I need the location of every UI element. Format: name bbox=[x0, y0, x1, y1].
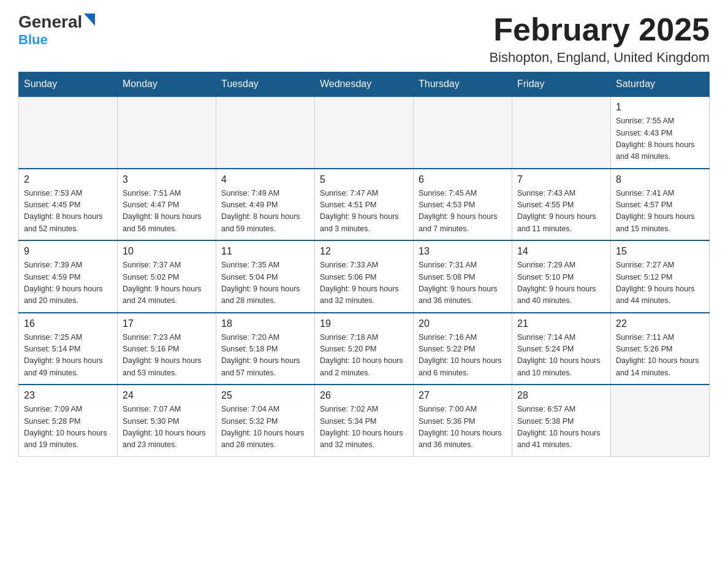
day-info: Sunrise: 7:33 AMSunset: 5:06 PMDaylight:… bbox=[320, 259, 408, 307]
day-info: Sunrise: 7:23 AMSunset: 5:16 PMDaylight:… bbox=[123, 332, 211, 380]
day-info: Sunrise: 7:55 AMSunset: 4:43 PMDaylight:… bbox=[616, 115, 704, 163]
weekday-header-thursday: Thursday bbox=[414, 72, 512, 97]
day-info: Sunrise: 7:04 AMSunset: 5:32 PMDaylight:… bbox=[221, 404, 309, 451]
day-number: 22 bbox=[616, 318, 704, 329]
day-info: Sunrise: 7:51 AMSunset: 4:47 PMDaylight:… bbox=[123, 188, 211, 236]
day-info: Sunrise: 7:45 AMSunset: 4:53 PMDaylight:… bbox=[419, 188, 507, 236]
week-row-4: 16Sunrise: 7:25 AMSunset: 5:14 PMDayligh… bbox=[19, 313, 710, 385]
weekday-header-row: SundayMondayTuesdayWednesdayThursdayFrid… bbox=[19, 72, 710, 97]
calendar-cell: 24Sunrise: 7:07 AMSunset: 5:30 PMDayligh… bbox=[118, 385, 216, 456]
calendar-table: SundayMondayTuesdayWednesdayThursdayFrid… bbox=[18, 72, 710, 457]
day-info: Sunrise: 7:37 AMSunset: 5:02 PMDaylight:… bbox=[123, 259, 211, 307]
day-info: Sunrise: 7:27 AMSunset: 5:12 PMDaylight:… bbox=[616, 259, 704, 307]
day-info: Sunrise: 7:39 AMSunset: 4:59 PMDaylight:… bbox=[24, 259, 112, 307]
week-row-1: 1Sunrise: 7:55 AMSunset: 4:43 PMDaylight… bbox=[19, 96, 710, 169]
calendar-cell: 15Sunrise: 7:27 AMSunset: 5:12 PMDayligh… bbox=[611, 240, 710, 313]
calendar-cell: 3Sunrise: 7:51 AMSunset: 4:47 PMDaylight… bbox=[118, 169, 216, 241]
day-number: 4 bbox=[221, 174, 309, 185]
day-info: Sunrise: 7:18 AMSunset: 5:20 PMDaylight:… bbox=[320, 332, 408, 380]
day-number: 17 bbox=[123, 318, 211, 329]
calendar-cell: 13Sunrise: 7:31 AMSunset: 5:08 PMDayligh… bbox=[414, 240, 512, 313]
day-number: 3 bbox=[123, 174, 211, 185]
weekday-header-saturday: Saturday bbox=[611, 72, 710, 97]
day-number: 20 bbox=[419, 318, 507, 329]
day-number: 14 bbox=[517, 246, 605, 257]
logo-arrow-icon bbox=[84, 13, 95, 28]
day-info: Sunrise: 7:47 AMSunset: 4:51 PMDaylight:… bbox=[320, 188, 408, 236]
calendar-cell bbox=[118, 96, 216, 169]
calendar-cell: 25Sunrise: 7:04 AMSunset: 5:32 PMDayligh… bbox=[216, 385, 315, 456]
day-number: 1 bbox=[616, 102, 704, 113]
day-number: 27 bbox=[419, 390, 507, 401]
day-number: 19 bbox=[320, 318, 408, 329]
day-info: Sunrise: 7:00 AMSunset: 5:36 PMDaylight:… bbox=[419, 404, 507, 451]
day-number: 10 bbox=[123, 246, 211, 257]
day-number: 9 bbox=[24, 246, 112, 257]
week-row-5: 23Sunrise: 7:09 AMSunset: 5:28 PMDayligh… bbox=[19, 385, 710, 456]
calendar-cell: 26Sunrise: 7:02 AMSunset: 5:34 PMDayligh… bbox=[315, 385, 414, 456]
calendar-cell: 28Sunrise: 6:57 AMSunset: 5:38 PMDayligh… bbox=[512, 385, 611, 456]
day-info: Sunrise: 7:07 AMSunset: 5:30 PMDaylight:… bbox=[123, 404, 211, 451]
calendar-cell: 21Sunrise: 7:14 AMSunset: 5:24 PMDayligh… bbox=[512, 313, 611, 385]
day-info: Sunrise: 7:20 AMSunset: 5:18 PMDaylight:… bbox=[221, 332, 309, 380]
calendar-cell: 5Sunrise: 7:47 AMSunset: 4:51 PMDaylight… bbox=[315, 169, 414, 241]
calendar-cell: 17Sunrise: 7:23 AMSunset: 5:16 PMDayligh… bbox=[118, 313, 216, 385]
calendar-cell bbox=[315, 96, 414, 169]
calendar-cell: 23Sunrise: 7:09 AMSunset: 5:28 PMDayligh… bbox=[19, 385, 118, 456]
calendar-cell: 19Sunrise: 7:18 AMSunset: 5:20 PMDayligh… bbox=[315, 313, 414, 385]
day-info: Sunrise: 7:41 AMSunset: 4:57 PMDaylight:… bbox=[616, 188, 704, 236]
day-number: 28 bbox=[517, 390, 605, 401]
day-number: 24 bbox=[123, 390, 211, 401]
calendar-cell bbox=[611, 385, 710, 456]
day-info: Sunrise: 7:29 AMSunset: 5:10 PMDaylight:… bbox=[517, 259, 605, 307]
day-number: 7 bbox=[517, 174, 605, 185]
logo-blue-text: Blue bbox=[18, 32, 48, 48]
day-info: Sunrise: 7:35 AMSunset: 5:04 PMDaylight:… bbox=[221, 259, 309, 307]
day-info: Sunrise: 7:31 AMSunset: 5:08 PMDaylight:… bbox=[419, 259, 507, 307]
calendar-cell: 7Sunrise: 7:43 AMSunset: 4:55 PMDaylight… bbox=[512, 169, 611, 241]
day-number: 18 bbox=[221, 318, 309, 329]
calendar-cell: 11Sunrise: 7:35 AMSunset: 5:04 PMDayligh… bbox=[216, 240, 315, 313]
day-number: 8 bbox=[616, 174, 704, 185]
week-row-3: 9Sunrise: 7:39 AMSunset: 4:59 PMDaylight… bbox=[19, 240, 710, 313]
day-number: 23 bbox=[24, 390, 112, 401]
calendar-cell: 10Sunrise: 7:37 AMSunset: 5:02 PMDayligh… bbox=[118, 240, 216, 313]
day-info: Sunrise: 7:16 AMSunset: 5:22 PMDaylight:… bbox=[419, 332, 507, 380]
day-info: Sunrise: 7:14 AMSunset: 5:24 PMDaylight:… bbox=[517, 332, 605, 380]
calendar-cell: 6Sunrise: 7:45 AMSunset: 4:53 PMDaylight… bbox=[414, 169, 512, 241]
day-number: 15 bbox=[616, 246, 704, 257]
weekday-header-monday: Monday bbox=[118, 72, 216, 97]
day-info: Sunrise: 7:49 AMSunset: 4:49 PMDaylight:… bbox=[221, 188, 309, 236]
calendar-cell: 22Sunrise: 7:11 AMSunset: 5:26 PMDayligh… bbox=[611, 313, 710, 385]
weekday-header-friday: Friday bbox=[512, 72, 611, 97]
calendar-cell bbox=[216, 96, 315, 169]
calendar-cell: 20Sunrise: 7:16 AMSunset: 5:22 PMDayligh… bbox=[414, 313, 512, 385]
calendar-cell: 27Sunrise: 7:00 AMSunset: 5:36 PMDayligh… bbox=[414, 385, 512, 456]
svg-marker-0 bbox=[84, 13, 95, 26]
day-number: 2 bbox=[24, 174, 112, 185]
day-info: Sunrise: 7:53 AMSunset: 4:45 PMDaylight:… bbox=[24, 188, 112, 236]
day-info: Sunrise: 6:57 AMSunset: 5:38 PMDaylight:… bbox=[517, 404, 605, 451]
calendar-cell: 4Sunrise: 7:49 AMSunset: 4:49 PMDaylight… bbox=[216, 169, 315, 241]
calendar-cell: 2Sunrise: 7:53 AMSunset: 4:45 PMDaylight… bbox=[19, 169, 118, 241]
title-area: February 2025 Bishopton, England, United… bbox=[489, 12, 710, 66]
location-title: Bishopton, England, United Kingdom bbox=[489, 50, 710, 66]
logo-general-text: General bbox=[18, 12, 82, 32]
day-number: 5 bbox=[320, 174, 408, 185]
day-number: 21 bbox=[517, 318, 605, 329]
calendar-cell bbox=[414, 96, 512, 169]
day-info: Sunrise: 7:02 AMSunset: 5:34 PMDaylight:… bbox=[320, 404, 408, 451]
logo: General Blue bbox=[18, 12, 95, 48]
week-row-2: 2Sunrise: 7:53 AMSunset: 4:45 PMDaylight… bbox=[19, 169, 710, 241]
day-number: 11 bbox=[221, 246, 309, 257]
weekday-header-tuesday: Tuesday bbox=[216, 72, 315, 97]
calendar-cell: 14Sunrise: 7:29 AMSunset: 5:10 PMDayligh… bbox=[512, 240, 611, 313]
calendar-cell: 1Sunrise: 7:55 AMSunset: 4:43 PMDaylight… bbox=[611, 96, 710, 169]
day-info: Sunrise: 7:11 AMSunset: 5:26 PMDaylight:… bbox=[616, 332, 704, 380]
calendar-cell: 8Sunrise: 7:41 AMSunset: 4:57 PMDaylight… bbox=[611, 169, 710, 241]
day-info: Sunrise: 7:25 AMSunset: 5:14 PMDaylight:… bbox=[24, 332, 112, 380]
calendar-cell: 16Sunrise: 7:25 AMSunset: 5:14 PMDayligh… bbox=[19, 313, 118, 385]
month-title: February 2025 bbox=[489, 12, 710, 47]
weekday-header-sunday: Sunday bbox=[19, 72, 118, 97]
page-header: General Blue February 2025 Bishopton, En… bbox=[18, 12, 710, 66]
